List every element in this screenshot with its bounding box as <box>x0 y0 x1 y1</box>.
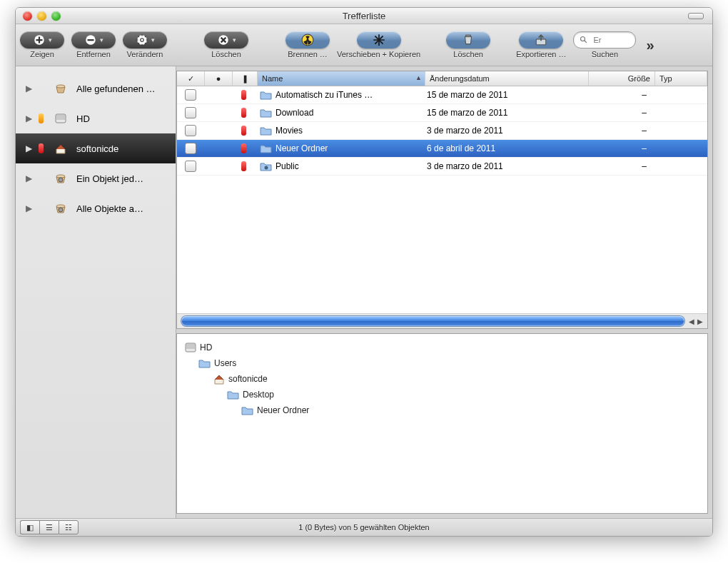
row-date: 15 de marzo de 2011 <box>423 104 585 121</box>
row-checkbox[interactable] <box>177 86 204 103</box>
scroll-thumb[interactable] <box>181 316 684 326</box>
radioactive-icon[interactable] <box>285 31 330 49</box>
home-icon <box>213 373 226 385</box>
toolbar-zeigen[interactable]: ▾ Zeigen <box>20 31 64 59</box>
column-dot[interactable]: ● <box>205 71 233 86</box>
row-date: 6 de abril de 2011 <box>423 140 585 157</box>
view-mode-1[interactable]: ◧ <box>20 520 39 534</box>
row-name: Neuer Ordner <box>256 140 423 157</box>
folder-icon <box>241 405 254 416</box>
row-checkbox[interactable] <box>177 140 204 157</box>
traffic-lights <box>23 11 61 21</box>
row-dot <box>204 86 231 103</box>
view-mode-3[interactable]: ☷ <box>59 520 79 534</box>
red-pill-icon <box>39 143 44 153</box>
scroll-arrows[interactable]: ◀▶ <box>689 318 703 325</box>
sidebar-item-2[interactable]: ▶ softonicde <box>16 133 176 163</box>
row-date: 3 de marzo de 2011 <box>423 122 585 139</box>
row-type <box>651 122 707 139</box>
tree-label: HD <box>200 343 212 353</box>
x-icon[interactable]: ▾ <box>204 31 248 49</box>
disclosure-icon[interactable]: ▶ <box>26 143 33 153</box>
disclosure-icon[interactable]: ▶ <box>26 83 33 93</box>
table-header: ✓ ● ❚ Name▲ Änderungsdatum Größe Typ <box>177 71 707 86</box>
folder-icon <box>260 143 273 154</box>
table-row[interactable]: Movies 3 de marzo de 2011 – <box>177 122 707 140</box>
folder-icon <box>260 161 273 172</box>
column-type[interactable]: Typ <box>655 71 707 86</box>
status-text: 1 (0 Bytes) von 5 gewählten Objekten <box>16 523 712 532</box>
disclosure-icon[interactable]: ▶ <box>26 173 33 183</box>
tree-item[interactable]: HD <box>184 340 700 355</box>
burst-icon[interactable] <box>357 31 401 49</box>
toolbar-entfernen[interactable]: ▾ Entfernen <box>71 31 116 59</box>
tree-item[interactable]: Users <box>184 355 700 371</box>
toolbar-loeschen2[interactable]: Löschen <box>446 31 490 59</box>
row-pill <box>231 140 256 157</box>
search-icon <box>580 36 588 44</box>
minus-icon[interactable]: ▾ <box>71 31 116 49</box>
hd-icon <box>49 108 71 129</box>
minimize-icon[interactable] <box>37 11 46 21</box>
toolbar-exportieren[interactable]: Exportieren … <box>516 31 566 59</box>
table-row[interactable]: Public 3 de marzo de 2011 – <box>177 158 707 176</box>
row-type <box>651 158 707 175</box>
tree-item[interactable]: softonicde <box>184 371 700 387</box>
sidebar-item-label: Alle Objekte a… <box>76 203 143 214</box>
search-field[interactable] <box>573 31 636 49</box>
row-dot <box>204 140 231 157</box>
column-size[interactable]: Größe <box>589 71 655 86</box>
row-dot <box>204 158 231 175</box>
column-bar[interactable]: ❚ <box>233 71 258 86</box>
disclosure-icon[interactable]: ▶ <box>26 113 33 123</box>
tree-label: softonicde <box>228 374 268 384</box>
tree-item[interactable]: Desktop <box>184 387 700 402</box>
table-row[interactable]: Automatisch zu iTunes … 15 de marzo de 2… <box>177 86 707 104</box>
row-dot <box>204 122 231 139</box>
toolbar-loeschen[interactable]: ▾ Löschen <box>204 31 248 59</box>
disclosure-icon[interactable]: ▶ <box>26 203 33 213</box>
tree-label: Desktop <box>243 390 274 400</box>
toolbar-verschieben[interactable]: Verschieben + Kopieren <box>337 31 420 59</box>
table-row[interactable]: Neuer Ordner 6 de abril de 2011 – <box>177 140 707 158</box>
table-body: Automatisch zu iTunes … 15 de marzo de 2… <box>177 86 707 313</box>
sidebar-item-1[interactable]: ▶ HD <box>16 103 176 133</box>
table-row[interactable]: Download 15 de marzo de 2011 – <box>177 104 707 122</box>
statusbar: ◧ ☰ ☷ 1 (0 Bytes) von 5 gewählten Objekt… <box>16 518 712 536</box>
column-name[interactable]: Name▲ <box>258 71 425 86</box>
basket-gear-icon <box>49 168 71 189</box>
basket-gear-icon <box>49 198 71 219</box>
column-check[interactable]: ✓ <box>177 71 205 86</box>
row-type <box>651 104 707 121</box>
tree-label: Neuer Ordner <box>257 405 309 415</box>
close-icon[interactable] <box>23 11 32 21</box>
export-icon[interactable] <box>519 31 563 49</box>
sidebar-item-0[interactable]: ▶ Alle gefundenen … <box>16 73 176 103</box>
toolbar-brennen[interactable]: Brennen … <box>285 31 330 59</box>
row-type <box>651 140 707 157</box>
titlebar: Trefferliste <box>16 8 712 24</box>
trash-icon[interactable] <box>446 31 490 49</box>
row-date: 3 de marzo de 2011 <box>423 158 585 175</box>
toolbar-toggle-icon[interactable] <box>688 13 704 19</box>
view-mode-2[interactable]: ☰ <box>39 520 59 534</box>
gear-icon[interactable]: ▾ <box>123 31 167 49</box>
home-icon <box>49 138 71 159</box>
row-size: – <box>585 158 651 175</box>
zoom-icon[interactable] <box>51 11 61 21</box>
plus-icon[interactable]: ▾ <box>20 31 64 49</box>
overflow-icon[interactable]: » <box>646 37 654 54</box>
search-input[interactable] <box>592 35 630 45</box>
row-checkbox[interactable] <box>177 158 204 175</box>
sidebar-item-3[interactable]: ▶ Ein Objekt jed… <box>16 163 176 193</box>
row-pill <box>231 104 256 121</box>
column-date[interactable]: Änderungsdatum <box>425 71 589 86</box>
row-checkbox[interactable] <box>177 104 204 121</box>
sidebar-item-4[interactable]: ▶ Alle Objekte a… <box>16 193 176 223</box>
row-date: 15 de marzo de 2011 <box>423 86 585 103</box>
tree-item[interactable]: Neuer Ordner <box>184 402 700 418</box>
sidebar: ▶ Alle gefundenen … ▶ HD ▶ softonicde ▶ … <box>16 66 176 518</box>
row-checkbox[interactable] <box>177 122 204 139</box>
h-scrollbar[interactable]: ◀▶ <box>177 313 707 328</box>
toolbar-veraendern[interactable]: ▾ Verändern <box>123 31 167 59</box>
